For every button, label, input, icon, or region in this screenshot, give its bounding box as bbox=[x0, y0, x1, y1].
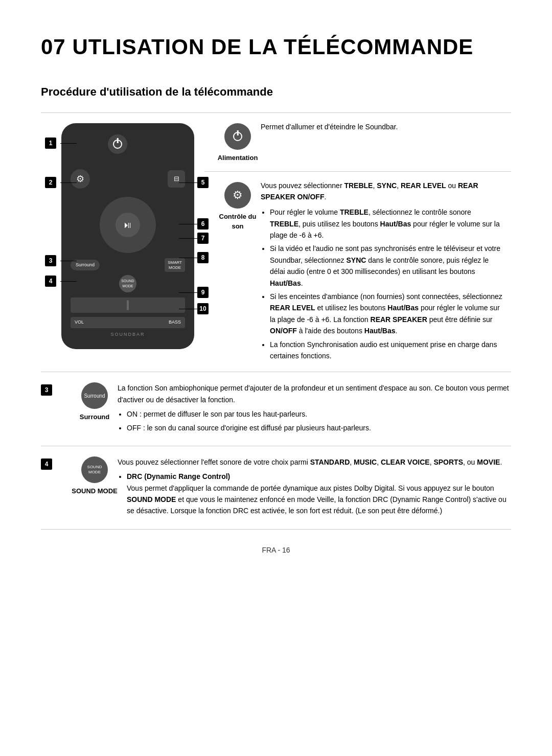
surround-label: Surround bbox=[76, 262, 95, 269]
section-4-num: 4 bbox=[41, 456, 72, 470]
badge-section-4: 4 bbox=[41, 459, 52, 470]
soundmode-desc-p1: Vous pouvez sélectionner l'effet sonore … bbox=[118, 456, 511, 468]
surround-icon-col: Surround Surround bbox=[72, 382, 118, 422]
vol-bass-row: VOL BASS bbox=[71, 317, 185, 328]
sound-detail-icon-col: ⚙ Contrôle du son bbox=[215, 180, 261, 232]
section-subtitle: Procédure d'utilisation de la télécomman… bbox=[41, 83, 511, 100]
input-icon: ⊟ bbox=[174, 174, 179, 184]
power-detail-icon bbox=[224, 123, 251, 150]
sound-mode-label: SOUNDMODE bbox=[121, 279, 134, 289]
power-icon bbox=[113, 140, 122, 149]
gear-icon-detail: ⚙ bbox=[233, 187, 243, 203]
power-icon-detail bbox=[233, 132, 242, 141]
vol-label: VOL bbox=[75, 319, 84, 326]
badge-1: 1 bbox=[45, 138, 56, 149]
sound-label: Contrôle du son bbox=[215, 212, 261, 232]
power-button[interactable] bbox=[108, 134, 127, 154]
power-detail-icon-col: Alimentation bbox=[215, 121, 261, 163]
badge-6: 6 bbox=[197, 218, 209, 230]
sound-bullet-3: Si les enceintes d'ambiance (non fournie… bbox=[270, 291, 503, 337]
section-4-soundmode: 4 SOUNDMODE SOUND MODE Vous pouvez sélec… bbox=[41, 446, 511, 530]
surround-icon: Surround bbox=[81, 382, 108, 409]
sound-mode-button[interactable]: SOUNDMODE bbox=[119, 275, 136, 292]
remote-col: ⚙ ⊟ ⏯ Surround bbox=[41, 113, 204, 372]
play-pause-button[interactable]: ⏯ bbox=[116, 213, 140, 237]
soundmode-text: SOUNDMODE bbox=[87, 465, 102, 475]
badge-8: 8 bbox=[197, 252, 209, 263]
sound-desc-p1: Vous pouvez sélectionner TREBLE, SYNC, R… bbox=[261, 180, 503, 203]
sound-detail-text: Vous pouvez sélectionner TREBLE, SYNC, R… bbox=[261, 180, 503, 364]
soundmode-icon-col: SOUNDMODE SOUND MODE bbox=[72, 456, 118, 496]
volume-slider[interactable] bbox=[71, 297, 185, 313]
surround-text: Surround bbox=[84, 392, 105, 400]
detail-col: Alimentation Permet d'allumer et d'étein… bbox=[204, 113, 511, 372]
bass-label: BASS bbox=[169, 319, 181, 326]
badge-10: 10 bbox=[197, 303, 209, 314]
remote-body: ⚙ ⊟ ⏯ Surround bbox=[61, 123, 194, 349]
soundmode-icon: SOUNDMODE bbox=[81, 456, 108, 483]
surround-desc: La fonction Son ambiophonique permet d'a… bbox=[118, 382, 511, 405]
sound-bullet-4: La fonction Synchronisation audio est un… bbox=[270, 339, 503, 362]
sound-bullet-1: Pour régler le volume TREBLE, sélectionn… bbox=[270, 207, 503, 241]
sound-bullet-2: Si la vidéo et l'audio ne sont pas synch… bbox=[270, 243, 503, 289]
power-description: Permet d'allumer et d'éteindre le Soundb… bbox=[261, 123, 398, 131]
detail-row-sound: ⚙ Contrôle du son Vous pouvez sélectionn… bbox=[204, 171, 511, 372]
power-label: Alimentation bbox=[218, 153, 258, 163]
detail-row-power: Alimentation Permet d'allumer et d'étein… bbox=[204, 113, 511, 171]
gear-icon: ⚙ bbox=[76, 172, 84, 186]
soundmode-section-label: SOUND MODE bbox=[72, 486, 118, 496]
section-3-num: 3 bbox=[41, 382, 72, 396]
badge-9: 9 bbox=[197, 287, 209, 298]
badge-3: 3 bbox=[45, 255, 56, 266]
badge-section-3: 3 bbox=[41, 384, 52, 396]
badge-5: 5 bbox=[197, 177, 209, 188]
page-footer: FRA - 16 bbox=[41, 545, 511, 556]
drc-item: DRC (Dynamic Range Control) Vous permet … bbox=[127, 471, 511, 517]
badge-2: 2 bbox=[45, 177, 56, 188]
surround-bullet-1: ON : permet de diffuser le son par tous … bbox=[127, 408, 511, 420]
surround-bullet-2: OFF : le son du canal source d'origine e… bbox=[127, 422, 511, 433]
badge-7: 7 bbox=[197, 233, 209, 244]
page-title: 07 UTLISATION DE LA TÉLÉCOMMANDE bbox=[41, 31, 511, 63]
soundmode-section-text: Vous pouvez sélectionner l'effet sonore … bbox=[118, 456, 511, 519]
nav-ring[interactable]: ⏯ bbox=[100, 197, 156, 253]
section-3-surround: 3 Surround Surround La fonction Son ambi… bbox=[41, 372, 511, 446]
soundbar-label: SOUNDBAR bbox=[71, 331, 185, 338]
sound-control-icon: ⚙ bbox=[224, 182, 251, 209]
surround-section-text: La fonction Son ambiophonique permet d'a… bbox=[118, 382, 511, 436]
play-pause-icon: ⏯ bbox=[123, 218, 132, 232]
badge-4: 4 bbox=[45, 276, 56, 287]
remote-section: ⚙ ⊟ ⏯ Surround bbox=[41, 112, 511, 372]
power-detail-text: Permet d'allumer et d'éteindre le Soundb… bbox=[261, 121, 503, 132]
surround-section-label: Surround bbox=[80, 412, 110, 422]
